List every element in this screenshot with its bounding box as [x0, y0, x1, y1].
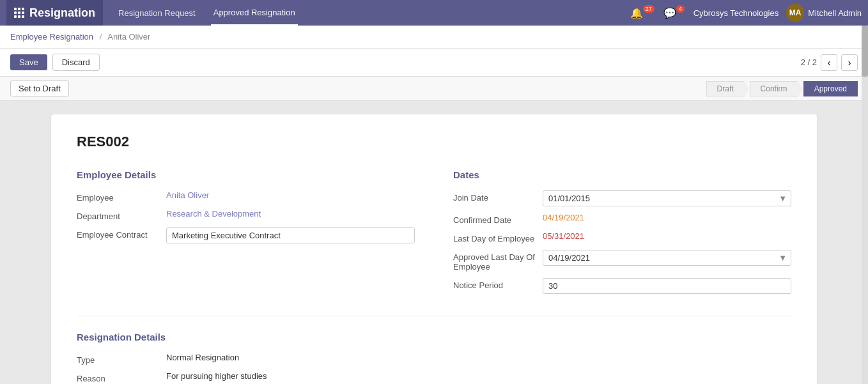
value-employee-contract[interactable] — [166, 227, 415, 243]
field-row-approved-last-day: Approved Last Day Of Employee ▼ — [453, 250, 791, 272]
label-confirmed-date: Confirmed Date — [453, 213, 543, 225]
employee-details-section: Employee Details Employee Anita Oliver D… — [77, 169, 415, 300]
toolbar: Save Discard 2 / 2 ‹ › — [0, 49, 868, 77]
grid-icon — [14, 8, 24, 18]
field-row-reason: Reason For pursuing higher studies — [77, 371, 791, 383]
breadcrumb-parent[interactable]: Employee Resignation — [10, 32, 93, 42]
value-confirmed-date: 04/19/2021 — [543, 213, 791, 222]
resignation-details-section: Resignation Details Type Normal Resignat… — [77, 332, 791, 383]
section-divider — [77, 316, 791, 316]
value-last-day: 05/31/2021 — [543, 231, 791, 241]
status-bar: Set to Draft Draft Confirm Approved — [0, 77, 868, 101]
app-title: Resignation — [29, 6, 95, 20]
value-type: Normal Resignation — [166, 353, 791, 362]
employee-details-title: Employee Details — [77, 169, 415, 180]
approved-last-day-input-wrapper: ▼ — [543, 250, 791, 266]
prev-button[interactable]: ‹ — [821, 54, 837, 71]
dates-section: Dates Join Date ▼ Confirmed Date 04/19/2… — [453, 169, 791, 300]
pagination-label: 2 / 2 — [801, 58, 817, 67]
save-button[interactable]: Save — [10, 54, 47, 70]
scrollbar-thumb[interactable] — [862, 26, 868, 77]
join-date-calendar-icon[interactable]: ▼ — [775, 191, 791, 206]
notice-period-input[interactable] — [543, 278, 791, 294]
value-department[interactable]: Research & Development — [166, 209, 415, 219]
status-pipeline: Draft Confirm Approved — [706, 81, 858, 96]
nav-resignation-request[interactable]: Resignation Request — [116, 0, 198, 26]
breadcrumb-separator: / — [100, 32, 102, 42]
value-employee[interactable]: Anita Oliver — [166, 190, 415, 200]
avatar: MA — [786, 4, 804, 22]
field-row-join-date: Join Date ▼ — [453, 190, 791, 206]
label-approved-last-day: Approved Last Day Of Employee — [453, 250, 543, 272]
breadcrumb: Employee Resignation / Anita Oliver — [0, 26, 868, 49]
value-join-date: ▼ — [543, 190, 791, 206]
employee-contract-input[interactable] — [166, 227, 415, 243]
label-employee: Employee — [77, 190, 166, 203]
pagination: 2 / 2 ‹ › — [801, 54, 858, 71]
messages-badge: 4 — [676, 5, 685, 13]
label-reason: Reason — [77, 371, 166, 383]
navbar-right: 🔔27 💬4 Cybrosys Technologies MA Mitchell… — [630, 4, 862, 22]
company-name[interactable]: Cybrosys Technologies — [694, 8, 779, 18]
field-row-confirmed-date: Confirmed Date 04/19/2021 — [453, 213, 791, 225]
label-department: Department — [77, 209, 166, 221]
user-menu[interactable]: MA Mitchell Admin — [786, 4, 862, 22]
approved-last-day-input[interactable] — [543, 250, 775, 265]
value-notice-period[interactable] — [543, 278, 791, 294]
breadcrumb-current: Anita Oliver — [107, 32, 150, 42]
approved-last-day-calendar-icon[interactable]: ▼ — [775, 250, 791, 265]
scrollbar-track — [862, 26, 868, 384]
app-brand[interactable]: Resignation — [6, 0, 103, 26]
user-name: Mitchell Admin — [808, 8, 862, 18]
label-type: Type — [77, 353, 166, 365]
field-row-employee: Employee Anita Oliver — [77, 190, 415, 203]
value-approved-last-day: ▼ — [543, 250, 791, 266]
dates-title: Dates — [453, 169, 791, 180]
document-card: RES002 Employee Details Employee Anita O… — [50, 114, 818, 384]
label-notice-period: Notice Period — [453, 278, 543, 290]
form-sections: Employee Details Employee Anita Oliver D… — [77, 169, 791, 300]
next-button[interactable]: › — [841, 54, 858, 71]
join-date-input-wrapper: ▼ — [543, 190, 791, 206]
nav-approved-resignation[interactable]: Approved Resignation — [211, 0, 298, 26]
set-draft-button[interactable]: Set to Draft — [10, 81, 69, 96]
discard-button[interactable]: Discard — [52, 54, 100, 71]
label-employee-contract: Employee Contract — [77, 227, 166, 240]
navbar: Resignation Resignation Request Approved… — [0, 0, 868, 26]
join-date-input[interactable] — [543, 191, 775, 206]
label-join-date: Join Date — [453, 190, 543, 203]
document-id: RES002 — [77, 134, 791, 150]
notification-badge: 27 — [643, 5, 655, 13]
status-step-draft[interactable]: Draft — [706, 81, 745, 96]
field-row-type: Type Normal Resignation — [77, 353, 791, 365]
field-row-last-day: Last Day of Employee 05/31/2021 — [453, 231, 791, 243]
status-step-approved[interactable]: Approved — [803, 81, 858, 96]
field-row-notice-period: Notice Period — [453, 278, 791, 294]
resignation-details-title: Resignation Details — [77, 332, 791, 342]
main-content: RES002 Employee Details Employee Anita O… — [0, 101, 868, 384]
main-nav: Resignation Request Approved Resignation — [116, 0, 298, 26]
status-step-confirm[interactable]: Confirm — [750, 81, 798, 96]
field-row-employee-contract: Employee Contract — [77, 227, 415, 243]
field-row-department: Department Research & Development — [77, 209, 415, 221]
value-reason: For pursuing higher studies — [166, 371, 791, 381]
label-last-day: Last Day of Employee — [453, 231, 543, 243]
notification-bell[interactable]: 🔔27 — [630, 7, 656, 19]
chat-icon[interactable]: 💬4 — [663, 7, 686, 19]
